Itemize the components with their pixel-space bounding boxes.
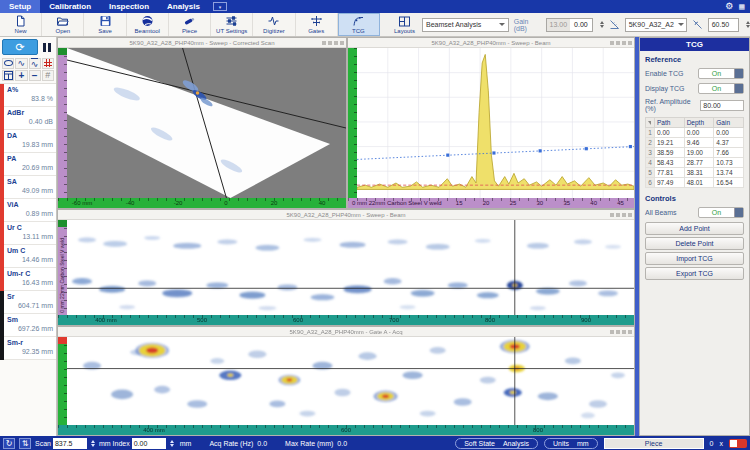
- button-label: Piece: [182, 28, 197, 34]
- panel-title: 5K90_A32_A28_PHP40mm - Sweep - Beam: [58, 210, 634, 220]
- up-down-icon: ⇅: [22, 439, 29, 448]
- tcg-curve-icon: [352, 15, 365, 27]
- grid-tool-button[interactable]: [42, 58, 54, 69]
- button-label: Gates: [308, 28, 324, 34]
- tab-setup[interactable]: Setup: [0, 0, 40, 13]
- gain-field[interactable]: 13.00 0.00: [546, 18, 593, 32]
- table-row[interactable]: 577.8138.3113.74: [646, 168, 744, 178]
- measurement-row: A%83.8 %: [0, 84, 56, 107]
- table-row[interactable]: 338.5919.007.66: [646, 148, 744, 158]
- col-gain[interactable]: Gain: [714, 118, 744, 128]
- toggle-knob: [730, 440, 737, 447]
- new-file-icon: [14, 15, 27, 27]
- save-icon: [99, 15, 112, 27]
- sort-icon[interactable]: [646, 118, 655, 128]
- ut-settings-button[interactable]: UT Settings: [211, 13, 253, 36]
- soft-state-indicator: Soft State Analysis: [455, 438, 538, 449]
- cursor-reset-button[interactable]: ↻: [3, 438, 15, 449]
- weld-overlay-label: 0 mm 22mm Carbon Steel V weld: [348, 200, 446, 206]
- controls-section-label: Controls: [640, 190, 749, 205]
- measurement-row: AdBr0.40 dB: [0, 107, 56, 130]
- angle-spinner[interactable]: [746, 21, 750, 28]
- scan-position-input[interactable]: 837.5: [53, 438, 87, 449]
- sector-x-axis: -60 mm -40 -20 0 20 40: [58, 198, 346, 208]
- add-point-button[interactable]: Add Point: [645, 222, 744, 235]
- panel-controls-icons[interactable]: [610, 213, 632, 217]
- enable-tcg-toggle[interactable]: On: [698, 68, 744, 79]
- table-row[interactable]: 458.4328.7710.73: [646, 158, 744, 168]
- sync-cursors-button[interactable]: ⟳: [2, 39, 38, 55]
- tab-calibration[interactable]: Calibration: [40, 0, 100, 13]
- tab-inspection[interactable]: Inspection: [100, 0, 158, 13]
- toolbar-right: Layouts Beamset Analysis Gain (dB) 13.00…: [392, 13, 750, 36]
- bscan-depth-ruler: 0 mm 22mm Carbon Steel V weld: [58, 220, 67, 315]
- waveform-icon: [267, 15, 280, 27]
- menu-window-icon[interactable]: ▾: [213, 2, 227, 11]
- gain-spinner[interactable]: [600, 21, 604, 28]
- beamset-select[interactable]: 5K90_A32_A2: [625, 18, 687, 32]
- display-tcg-toggle[interactable]: On: [698, 83, 744, 94]
- cscan-view[interactable]: [67, 337, 634, 425]
- gain-adjust-input[interactable]: 0.00: [570, 21, 592, 28]
- layouts-label: Layouts: [394, 28, 415, 34]
- all-beams-toggle[interactable]: On: [698, 207, 744, 218]
- bscan-panel: 5K90_A32_A28_PHP40mm - Sweep - Beam 0 mm…: [57, 209, 635, 326]
- envelope-tool-button[interactable]: ∿: [15, 58, 27, 69]
- sector-scan-panel: 5K90_A32_A28_PHP40mm - Sweep - Corrected…: [57, 37, 347, 209]
- connection-toggle[interactable]: [729, 439, 747, 448]
- gear-icon[interactable]: ⚙: [725, 2, 733, 11]
- cscan-x-axis: 400 mm 600 800: [58, 425, 634, 435]
- open-button[interactable]: Open: [42, 13, 84, 36]
- export-table-button[interactable]: [2, 70, 14, 81]
- index-spinner[interactable]: [170, 440, 174, 447]
- measurement-row: Sr604.71 mm: [0, 291, 56, 314]
- tcg-button[interactable]: TCG: [338, 13, 380, 36]
- import-tcg-button[interactable]: Import TCG: [645, 252, 744, 265]
- beamtool-button[interactable]: Beamtool: [127, 13, 169, 36]
- scan-spinner[interactable]: [91, 440, 95, 447]
- gates-button[interactable]: Gates: [296, 13, 338, 36]
- layouts-button[interactable]: Layouts: [392, 16, 417, 34]
- measurement-row: Um C14.46 mm: [0, 245, 56, 268]
- new-button[interactable]: New: [0, 13, 42, 36]
- piece-button[interactable]: Piece: [169, 13, 211, 36]
- panel-controls-icons[interactable]: [322, 41, 344, 45]
- layout-preset-select[interactable]: Beamset Analysis: [422, 18, 509, 32]
- ascan-x-axis: 0 mm 22mm Carbon Steel V weld 15 20 25 3…: [348, 198, 634, 208]
- table-row[interactable]: 697.4948.0116.54: [646, 178, 744, 188]
- gain-label: Gain (dB): [514, 18, 541, 32]
- gain-reference-value: 13.00: [547, 19, 571, 31]
- angle-field[interactable]: 60.50: [708, 18, 739, 32]
- ellipse-tool-button[interactable]: [2, 58, 14, 69]
- col-path[interactable]: Path: [655, 118, 685, 128]
- pause-button[interactable]: [40, 40, 54, 54]
- measurement-list: A%83.8 % AdBr0.40 dB DA19.83 mm PA20.69 …: [0, 83, 56, 360]
- add-reading-button[interactable]: +: [15, 70, 27, 81]
- tcg-panel: TCG Reference Enable TCG On Display TCG …: [639, 37, 750, 436]
- app-layout-icon[interactable]: ▦: [738, 2, 745, 11]
- delete-point-button[interactable]: Delete Point: [645, 237, 744, 250]
- table-row[interactable]: 10.000.000.00: [646, 128, 744, 138]
- hash-button[interactable]: #: [42, 70, 54, 81]
- panel-controls-icons[interactable]: [610, 41, 632, 45]
- piece-selector[interactable]: Piece: [604, 438, 704, 449]
- bscan-view[interactable]: [67, 220, 634, 315]
- save-button[interactable]: Save: [84, 13, 126, 36]
- digitizer-button[interactable]: Digitizer: [253, 13, 295, 36]
- envelope-clear-button[interactable]: ∿: [29, 58, 41, 69]
- sector-scan-view[interactable]: [67, 48, 346, 198]
- export-tcg-button[interactable]: Export TCG: [645, 267, 744, 280]
- index-position-input[interactable]: 0.00: [132, 438, 166, 449]
- ref-amplitude-input[interactable]: 80.00: [700, 100, 744, 111]
- ref-amplitude-label: Ref. Amplitude (%): [645, 98, 700, 112]
- col-depth[interactable]: Depth: [684, 118, 714, 128]
- ascan-view[interactable]: [357, 48, 634, 198]
- panel-controls-icons[interactable]: [610, 330, 632, 334]
- remove-reading-button[interactable]: −: [29, 70, 41, 81]
- max-rate-value: 0.0: [337, 440, 347, 447]
- table-row[interactable]: 219.219.464.37: [646, 138, 744, 148]
- cursor-swap-button[interactable]: ⇅: [19, 438, 31, 449]
- tab-analysis[interactable]: Analysis: [158, 0, 209, 13]
- measurement-row: Um-r C16.43 mm: [0, 268, 56, 291]
- max-rate-label: Max Rate (mm): [285, 440, 333, 447]
